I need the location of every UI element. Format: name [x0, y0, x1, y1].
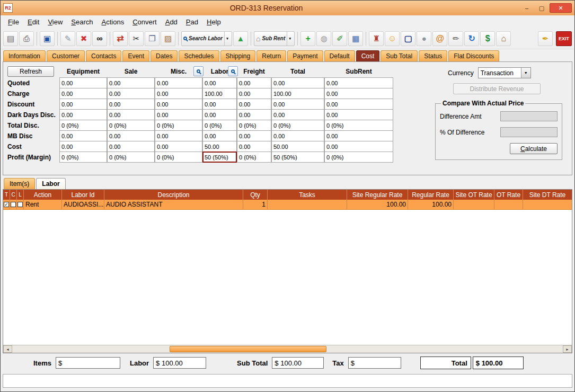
column-header-description[interactable]: Description: [104, 190, 243, 200]
column-header-action[interactable]: Action: [24, 190, 62, 200]
tab-sub-total[interactable]: Sub Total: [381, 50, 418, 61]
monitor-icon[interactable]: ▢: [401, 31, 415, 46]
copy-icon[interactable]: ❐: [145, 31, 160, 46]
column-header-site-dt-rate[interactable]: Site DT Rate: [523, 190, 572, 200]
tab-schedules[interactable]: Schedules: [179, 50, 219, 61]
magnifier-icon: [183, 37, 187, 40]
column-header-ot-rate[interactable]: OT Rate: [494, 190, 523, 200]
currency-select[interactable]: Transaction ▼: [478, 67, 531, 78]
menu-help[interactable]: Help: [202, 16, 225, 28]
tab-default[interactable]: Default: [324, 50, 355, 61]
cost-cell-cost-sale: 0.00: [107, 141, 155, 152]
chevron-down-icon[interactable]: ▾: [287, 32, 293, 46]
scrollbar-track[interactable]: [12, 345, 563, 353]
menu-search[interactable]: Search: [67, 16, 97, 28]
table-row[interactable]: ✓RentAUDIOASSI...AUDIO ASSISTANT1100.001…: [3, 200, 572, 210]
horizontal-scrollbar[interactable]: ◄ ►: [3, 345, 572, 353]
currency-refresh-icon[interactable]: ↻: [464, 31, 479, 46]
cost-cell-profit-margin-misc: 0 (0%): [155, 152, 202, 163]
cash-icon[interactable]: $: [480, 31, 495, 46]
cost-cell-total-disc-subrent: 0 (0%): [324, 120, 393, 131]
sub-rent-button[interactable]: ⌂Sub Rent▾: [254, 31, 295, 46]
tab-information[interactable]: Information: [3, 50, 46, 61]
save-icon[interactable]: ▣: [40, 31, 55, 46]
scroll-right-button[interactable]: ►: [563, 345, 572, 353]
exit-button[interactable]: EXIT: [556, 31, 572, 46]
tab-dates[interactable]: Dates: [151, 50, 178, 61]
org-icon[interactable]: ♜: [369, 31, 384, 46]
tab-event[interactable]: Event: [122, 50, 149, 61]
paste-icon[interactable]: ▨: [161, 31, 175, 46]
find-icon[interactable]: ∞: [92, 31, 107, 46]
schedule-icon[interactable]: ▦: [348, 31, 363, 46]
menu-pad[interactable]: Pad: [182, 16, 202, 28]
close-button[interactable]: ✕: [550, 3, 572, 13]
tab-payment[interactable]: Payment: [287, 50, 323, 61]
cell-site_regular_rate: 100.00: [347, 200, 408, 209]
spheres-icon[interactable]: ◍: [316, 31, 331, 46]
menu-convert[interactable]: Convert: [128, 16, 161, 28]
maximize-button[interactable]: ▢: [535, 3, 549, 13]
column-header-regular-rate[interactable]: Regular Rate: [408, 190, 454, 200]
chevron-down-icon[interactable]: ▾: [224, 32, 230, 46]
column-header-tasks[interactable]: Tasks: [268, 190, 347, 200]
chart-icon[interactable]: ▲: [233, 31, 248, 46]
tax-field[interactable]: $: [348, 357, 401, 369]
delete-icon[interactable]: ✖: [76, 31, 91, 46]
c-checkbox[interactable]: [11, 202, 16, 207]
items-field[interactable]: $: [56, 357, 120, 369]
tab-customer[interactable]: Customer: [47, 50, 85, 61]
scroll-left-button[interactable]: ◄: [3, 345, 12, 353]
globe-icon[interactable]: ●: [417, 31, 431, 46]
tab-cost[interactable]: Cost: [356, 50, 380, 61]
column-header-t[interactable]: T: [3, 190, 10, 200]
money-bag-icon[interactable]: @: [432, 31, 447, 46]
add-icon[interactable]: +: [300, 31, 315, 46]
menu-add[interactable]: Add: [161, 16, 182, 28]
subtab-labor[interactable]: Labor: [36, 178, 65, 189]
chevron-down-icon[interactable]: ▼: [521, 68, 530, 78]
calculate-button[interactable]: Calculate: [510, 143, 558, 154]
column-header-misc: Misc.: [155, 65, 202, 78]
pct-of-difference-field: [500, 127, 558, 137]
building-icon[interactable]: ⌂: [496, 31, 511, 46]
convert-icon[interactable]: ⇄: [113, 31, 128, 46]
cell-l: [17, 200, 24, 209]
print-icon[interactable]: ⎙: [19, 31, 34, 46]
minimize-button[interactable]: –: [520, 3, 534, 13]
edit-icon[interactable]: ✎: [60, 31, 75, 46]
column-header-l[interactable]: L: [17, 190, 24, 200]
menu-actions[interactable]: Actions: [98, 16, 129, 28]
cost-cell-cost-freight: 0.00: [237, 141, 271, 152]
tab-shipping[interactable]: Shipping: [220, 50, 256, 61]
page-setup-icon[interactable]: ▤: [3, 31, 18, 46]
column-header-site-ot-rate[interactable]: Site OT Rate: [454, 190, 494, 200]
column-header-site-regular-rate[interactable]: Site Regular Rate: [347, 190, 408, 200]
tab-status[interactable]: Status: [419, 50, 447, 61]
t-checkbox[interactable]: ✓: [4, 202, 9, 207]
cost-cell-cost-labor: 50.00: [202, 141, 237, 152]
notes-icon[interactable]: ✏: [448, 31, 463, 46]
labor-field[interactable]: $ 100.00: [153, 357, 206, 369]
tab-return[interactable]: Return: [256, 50, 286, 61]
refresh-button[interactable]: Refresh: [7, 66, 54, 77]
tab-flat-discounts[interactable]: Flat Discounts: [448, 50, 499, 61]
cut-icon[interactable]: ✂: [129, 31, 144, 46]
scrollbar-thumb[interactable]: [170, 346, 326, 352]
column-header-qty[interactable]: Qty: [243, 190, 268, 200]
wand-icon[interactable]: ✒: [538, 31, 553, 46]
cost-cell-dark-days-disc-misc: 0.00: [155, 109, 202, 120]
subtab-item-s[interactable]: Item(s): [4, 178, 35, 189]
column-header-c[interactable]: C: [10, 190, 17, 200]
l-checkbox[interactable]: [17, 202, 23, 207]
cost-cell-charge-freight: 0.00: [237, 88, 271, 99]
write-icon[interactable]: ✐: [332, 31, 347, 46]
sub-total-field[interactable]: $ 100.00: [272, 357, 324, 369]
smiley-icon[interactable]: ☺: [385, 31, 400, 46]
search-labor-button[interactable]: Search Labor▾: [181, 31, 232, 46]
tab-contacts[interactable]: Contacts: [86, 50, 121, 61]
column-header-labor-id[interactable]: Labor Id: [62, 190, 104, 200]
menu-file[interactable]: File: [4, 16, 23, 28]
menu-view[interactable]: View: [43, 16, 67, 28]
menu-edit[interactable]: Edit: [23, 16, 43, 28]
